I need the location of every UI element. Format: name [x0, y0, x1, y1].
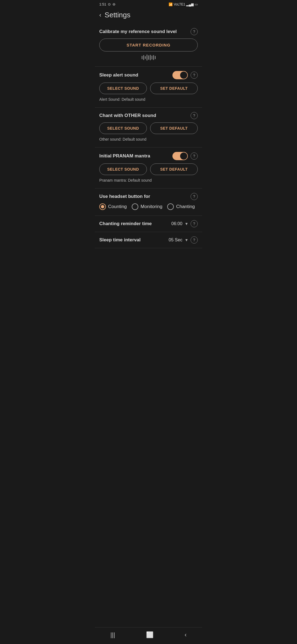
- radio-counting-inner: [101, 205, 104, 208]
- sleep-alert-sound-info: Alert Sound: Default sound: [99, 97, 145, 102]
- pranam-sound-buttons: SELECT SOUND SET DEFAULT: [99, 163, 198, 175]
- back-button[interactable]: ‹: [99, 12, 101, 19]
- waveform-bar: [147, 54, 147, 61]
- calibrate-help-icon[interactable]: ?: [191, 28, 198, 35]
- status-bar: 1:51 ⊙ ⊖ 📶 VoLTE1 ▂▄▆ ▭: [95, 0, 202, 7]
- status-left: 1:51 ⊙ ⊖: [99, 2, 116, 6]
- sleep-interval-value: 05 Sec: [169, 238, 182, 242]
- waveform-bar: [150, 55, 151, 60]
- radio-chanting-outer: [167, 203, 174, 210]
- time-display: 1:51: [99, 2, 106, 6]
- calibrate-title: Calibrate my reference sound level: [99, 29, 177, 34]
- page-header: ‹ Settings: [95, 7, 202, 24]
- toggle-track: [172, 152, 188, 160]
- waveform-bar: [153, 55, 154, 60]
- waveform-bar: [152, 56, 152, 59]
- sleep-alert-sound-buttons: SELECT SOUND SET DEFAULT: [99, 83, 198, 94]
- status-icon-1: ⊙: [108, 2, 111, 6]
- sleep-alert-help-icon[interactable]: ?: [191, 72, 198, 79]
- pranam-select-sound-button[interactable]: SELECT SOUND: [99, 163, 147, 175]
- chant-other-help-icon[interactable]: ?: [191, 112, 198, 119]
- pranam-header: Initial PRANAM mantra ?: [99, 152, 198, 160]
- status-right: 📶 VoLTE1 ▂▄▆ ▭: [169, 2, 198, 6]
- sleep-alert-set-default-button[interactable]: SET DEFAULT: [150, 83, 198, 94]
- network-label: VoLTE1: [174, 2, 185, 6]
- chant-other-sound-buttons: SELECT SOUND SET DEFAULT: [99, 122, 198, 134]
- waveform-bar: [148, 55, 149, 60]
- chant-other-title: Chant with OTHER sound: [99, 113, 156, 118]
- pranam-sound-info: Pranam mantra: Default sound: [99, 178, 152, 182]
- pranam-title: Initial PRANAM mantra: [99, 153, 150, 159]
- signal-icon: ▂▄▆: [186, 2, 194, 6]
- status-icon-2: ⊖: [112, 2, 116, 6]
- sleep-interval-dropdown-arrow[interactable]: ▼: [185, 238, 188, 242]
- sleep-alert-header: Sleep alert sound ?: [99, 71, 198, 79]
- chanting-reminder-row: Chanting reminder time 06:00 ▼ ?: [95, 216, 202, 232]
- chant-other-set-default-button[interactable]: SET DEFAULT: [150, 122, 198, 134]
- waveform-bar: [142, 56, 142, 59]
- toggle-thumb: [180, 72, 187, 79]
- radio-monitoring-label: Monitoring: [141, 204, 162, 209]
- pranam-section: Initial PRANAM mantra ? SELECT SOUND SET…: [95, 148, 202, 189]
- sleep-alert-section: Sleep alert sound ? SELECT SOUND SET DEF…: [95, 67, 202, 108]
- waveform-bar: [145, 56, 146, 59]
- battery-icon: ▭: [195, 2, 198, 6]
- sleep-alert-toggle[interactable]: [172, 71, 188, 79]
- sleep-alert-select-sound-button[interactable]: SELECT SOUND: [99, 83, 147, 94]
- waveform-bar: [155, 56, 156, 59]
- headset-help-icon[interactable]: ?: [191, 193, 198, 200]
- radio-chanting[interactable]: Chanting: [167, 203, 195, 210]
- calibrate-header: Calibrate my reference sound level ?: [99, 28, 198, 35]
- chant-other-sound-info: Other sound: Default sound: [99, 137, 146, 141]
- pranam-help-icon[interactable]: ?: [191, 152, 198, 160]
- chant-other-header: Chant with OTHER sound ?: [99, 112, 198, 119]
- pranam-toggle[interactable]: [172, 152, 188, 160]
- headset-header: Use headset button for ?: [99, 193, 198, 200]
- pranam-set-default-button[interactable]: SET DEFAULT: [150, 163, 198, 175]
- waveform-display: [99, 54, 198, 61]
- radio-counting-label: Counting: [108, 204, 127, 209]
- wifi-icon: 📶: [169, 2, 173, 6]
- headset-radio-group: Counting Monitoring Chanting: [99, 203, 198, 210]
- radio-monitoring-outer: [132, 203, 138, 210]
- chanting-reminder-help-icon[interactable]: ?: [191, 220, 198, 227]
- calibrate-section: Calibrate my reference sound level ? STA…: [95, 24, 202, 67]
- sleep-interval-right: 05 Sec ▼ ?: [169, 236, 198, 244]
- sleep-alert-title: Sleep alert sound: [99, 72, 138, 78]
- chanting-reminder-value: 06:00: [171, 221, 182, 226]
- headset-section: Use headset button for ? Counting Monito…: [95, 189, 202, 216]
- toggle-track: [172, 71, 188, 79]
- radio-chanting-label: Chanting: [176, 204, 195, 209]
- sleep-interval-row: Sleep time interval 05 Sec ▼ ?: [95, 232, 202, 248]
- toggle-thumb: [180, 152, 187, 160]
- page-title: Settings: [105, 11, 130, 19]
- chanting-reminder-dropdown-arrow[interactable]: ▼: [185, 222, 188, 226]
- radio-monitoring[interactable]: Monitoring: [132, 203, 162, 210]
- waveform-bar: [143, 55, 144, 60]
- chant-other-select-sound-button[interactable]: SELECT SOUND: [99, 122, 147, 134]
- start-recording-button[interactable]: START RECORDING: [99, 39, 198, 51]
- headset-title: Use headset button for: [99, 194, 150, 199]
- chanting-reminder-title: Chanting reminder time: [99, 221, 152, 227]
- sleep-interval-help-icon[interactable]: ?: [191, 236, 198, 244]
- radio-counting-outer: [99, 203, 106, 210]
- chanting-reminder-right: 06:00 ▼ ?: [171, 220, 198, 227]
- chant-other-section: Chant with OTHER sound ? SELECT SOUND SE…: [95, 108, 202, 148]
- sleep-interval-title: Sleep time interval: [99, 237, 141, 243]
- radio-counting[interactable]: Counting: [99, 203, 127, 210]
